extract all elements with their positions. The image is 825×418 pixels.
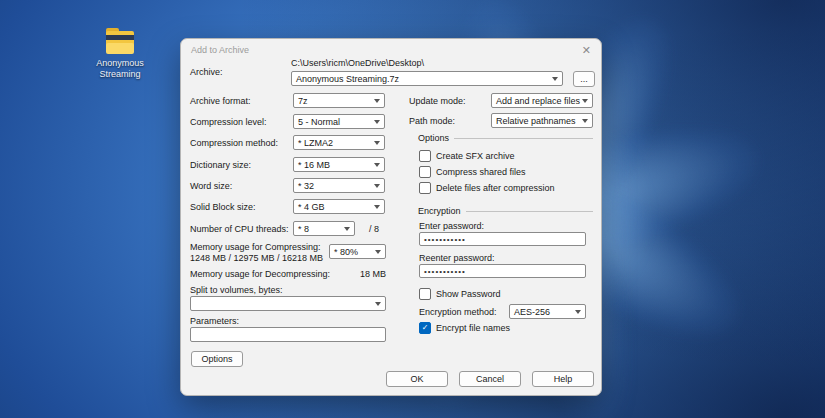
- split-volumes-combobox[interactable]: [190, 296, 386, 311]
- split-volumes-label: Split to volumes, bytes:: [190, 285, 283, 295]
- compression-level-value: 5 - Normal: [298, 117, 340, 127]
- desktop-wallpaper: Anonymous Streaming Add to Archive ✕ Arc…: [0, 0, 825, 418]
- cpu-threads-value: * 8: [298, 224, 309, 234]
- create-sfx-checkbox[interactable]: Create SFX archive: [419, 150, 515, 162]
- solid-block-size-label: Solid Block size:: [190, 202, 256, 212]
- compression-level-label: Compression level:: [190, 117, 267, 127]
- word-size-label: Word size:: [190, 181, 232, 191]
- parameters-label: Parameters:: [190, 316, 239, 326]
- add-to-archive-dialog: Add to Archive ✕ Archive: C:\Users\ricm\…: [180, 38, 602, 396]
- chevron-down-icon: [374, 163, 380, 167]
- close-icon[interactable]: ✕: [582, 44, 591, 57]
- reenter-password-value: •••••••••••: [424, 267, 466, 276]
- update-mode-value: Add and replace files: [496, 96, 580, 106]
- chevron-down-icon: [582, 119, 588, 123]
- encryption-group-label: Encryption: [418, 206, 461, 216]
- browse-button[interactable]: ...: [573, 71, 595, 87]
- create-sfx-label: Create SFX archive: [436, 151, 515, 161]
- encrypt-file-names-label: Encrypt file names: [436, 323, 510, 333]
- delete-after-label: Delete files after compression: [436, 183, 555, 193]
- enter-password-label: Enter password:: [419, 221, 484, 231]
- options-group-label: Options: [418, 133, 449, 143]
- show-password-label: Show Password: [436, 289, 501, 299]
- desktop-icon-label: Anonymous Streaming: [86, 58, 154, 80]
- encryption-method-select[interactable]: AES-256: [509, 304, 586, 319]
- chevron-down-icon: [374, 205, 380, 209]
- reenter-password-label: Reenter password:: [419, 253, 495, 263]
- options-group-header: Options: [418, 133, 593, 143]
- encryption-method-label: Encryption method:: [419, 307, 497, 317]
- solid-block-size-select[interactable]: * 4 GB: [293, 199, 385, 214]
- dictionary-size-select[interactable]: * 16 MB: [293, 157, 385, 172]
- compress-shared-checkbox[interactable]: Compress shared files: [419, 166, 526, 178]
- encryption-method-value: AES-256: [514, 307, 550, 317]
- delete-after-checkbox[interactable]: Delete files after compression: [419, 182, 555, 194]
- path-mode-value: Relative pathnames: [496, 116, 576, 126]
- compression-method-value: * LZMA2: [298, 138, 333, 148]
- compression-level-select[interactable]: 5 - Normal: [293, 114, 385, 129]
- cpu-threads-select[interactable]: * 8: [293, 221, 355, 236]
- memory-compress-select[interactable]: * 80%: [329, 244, 386, 259]
- cpu-threads-max: / 8: [369, 224, 379, 234]
- compression-method-label: Compression method:: [190, 138, 278, 148]
- reenter-password-input[interactable]: •••••••••••: [419, 264, 586, 278]
- checkbox-icon: [419, 182, 431, 194]
- compress-shared-label: Compress shared files: [436, 167, 526, 177]
- cpu-threads-label: Number of CPU threads:: [190, 224, 289, 234]
- update-mode-select[interactable]: Add and replace files: [491, 93, 593, 108]
- group-divider: [454, 138, 593, 139]
- word-size-value: * 32: [298, 181, 314, 191]
- chevron-down-icon: [375, 250, 381, 254]
- chevron-down-icon: [344, 227, 350, 231]
- compression-method-select[interactable]: * LZMA2: [293, 135, 385, 150]
- dictionary-size-label: Dictionary size:: [190, 160, 251, 170]
- parameters-input[interactable]: [190, 327, 386, 342]
- chevron-down-icon: [575, 310, 581, 314]
- checkbox-icon: [419, 166, 431, 178]
- archive-format-select[interactable]: 7z: [293, 93, 385, 108]
- chevron-down-icon: [582, 99, 588, 103]
- memory-compress-values: 1248 MB / 12975 MB / 16218 MB: [190, 253, 323, 263]
- archive-name-value: Anonymous Streaming.7z: [296, 74, 399, 84]
- chevron-down-icon: [374, 99, 380, 103]
- chevron-down-icon: [375, 302, 381, 306]
- checkbox-icon: [419, 288, 431, 300]
- enter-password-value: •••••••••••: [424, 235, 466, 244]
- dialog-title: Add to Archive: [191, 45, 249, 55]
- archive-path: C:\Users\ricm\OneDrive\Desktop\: [291, 58, 424, 68]
- enter-password-input[interactable]: •••••••••••: [419, 232, 586, 246]
- dictionary-size-value: * 16 MB: [298, 160, 330, 170]
- chevron-down-icon: [374, 120, 380, 124]
- memory-decompress-value: 18 MB: [331, 269, 386, 279]
- solid-block-size-value: * 4 GB: [298, 202, 325, 212]
- chevron-down-icon: [374, 141, 380, 145]
- desktop-icon-anonymous-streaming[interactable]: Anonymous Streaming: [86, 28, 154, 80]
- chevron-down-icon: [374, 184, 380, 188]
- memory-compress-label: Memory usage for Compressing:: [190, 242, 321, 252]
- checkbox-icon: [419, 150, 431, 162]
- word-size-select[interactable]: * 32: [293, 178, 385, 193]
- update-mode-label: Update mode:: [409, 96, 466, 106]
- show-password-checkbox[interactable]: Show Password: [419, 288, 501, 300]
- cancel-button[interactable]: Cancel: [459, 371, 521, 387]
- memory-decompress-label: Memory usage for Decompressing:: [190, 269, 330, 279]
- archive-label: Archive:: [190, 67, 223, 77]
- ok-button[interactable]: OK: [386, 371, 448, 387]
- archive-name-combobox[interactable]: Anonymous Streaming.7z: [291, 71, 563, 86]
- checkbox-checked-icon: ✓: [419, 322, 431, 334]
- memory-compress-select-value: * 80%: [334, 247, 358, 257]
- path-mode-label: Path mode:: [409, 116, 455, 126]
- chevron-down-icon: [552, 77, 558, 81]
- encrypt-file-names-checkbox[interactable]: ✓ Encrypt file names: [419, 322, 510, 334]
- encryption-group-header: Encryption: [418, 206, 593, 216]
- archive-format-label: Archive format:: [190, 96, 251, 106]
- archive-format-value: 7z: [298, 96, 308, 106]
- options-button[interactable]: Options: [191, 351, 243, 367]
- folder-icon: [103, 28, 137, 54]
- group-divider: [466, 211, 593, 212]
- help-button[interactable]: Help: [532, 371, 594, 387]
- path-mode-select[interactable]: Relative pathnames: [491, 113, 593, 128]
